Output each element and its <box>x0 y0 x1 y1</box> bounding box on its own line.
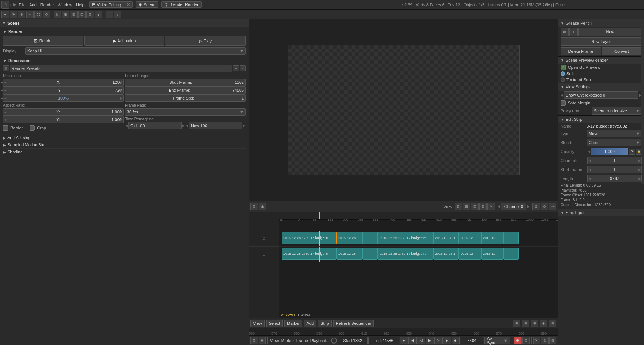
skip-start-btn[interactable]: ⏮ <box>400 337 408 344</box>
gp-convert-btn[interactable]: Convert <box>602 47 642 55</box>
seq-clip-1-4[interactable]: 2015-12-28-1759-17 budget tro <box>378 232 433 244</box>
ax-right-arrow[interactable]: ▶ <box>120 110 122 114</box>
seq-clip-2-1[interactable]: 2015-12-28-1759-17 budget tr <box>282 248 337 260</box>
blender-logo[interactable]: ⬡ <box>1 1 9 9</box>
step-left-arrow[interactable]: ◀ <box>1 97 3 100</box>
dimensions-header[interactable]: ▼ Dimensions <box>3 57 246 64</box>
gp-add-icon[interactable]: + <box>569 28 578 36</box>
view-settings-header[interactable]: ▼ View Settings <box>558 83 644 91</box>
ax-left-arrow[interactable]: ◀ <box>4 110 6 114</box>
seq-icon-2[interactable]: ⊟ <box>522 320 529 327</box>
overexposed-field[interactable]: Show Overexposed: 0 <box>564 91 638 99</box>
refresh-seq-btn[interactable]: Refresh Sequencer <box>333 320 374 327</box>
marker-seq-btn[interactable]: Marker <box>284 320 302 327</box>
icon-tool-10[interactable]: ⊡ <box>78 11 86 18</box>
new-left-arrow[interactable]: ◀ <box>186 124 188 128</box>
fps-select[interactable]: 30 fps ▼ <box>125 108 246 116</box>
icon-tool-13[interactable]: ↔ <box>106 11 113 18</box>
es-start-slider[interactable]: 1 <box>587 166 642 173</box>
solid-radio[interactable] <box>561 71 565 76</box>
prev-icon-1[interactable]: ⊞ <box>250 203 258 210</box>
prev-icon-7[interactable]: ✕ <box>487 203 495 210</box>
workspace-close[interactable]: ✕ <box>127 2 130 7</box>
es-type-select[interactable]: Movie ▼ <box>587 130 642 137</box>
icon-tool-2[interactable]: ⟳ <box>10 11 17 18</box>
es-length-slider[interactable]: 9287 <box>587 175 642 182</box>
opacity-eye-icon[interactable]: 👁 <box>629 149 635 155</box>
seq-icon-5[interactable]: ⊡ <box>549 320 556 327</box>
seq-clip-2-3[interactable] <box>363 248 378 260</box>
icon-tool-8[interactable]: ▣ <box>62 11 69 18</box>
strip-seq-btn[interactable]: Strip <box>318 320 332 327</box>
res-x-field[interactable]: ◀ X: 1280 ▶ <box>3 79 124 86</box>
engine-selector[interactable]: ◎ Blender Render <box>161 1 202 8</box>
op-left-arrow[interactable]: ◀ <box>587 150 590 153</box>
gp-new-btn[interactable]: New <box>578 28 642 36</box>
prev-icon-3[interactable]: ⊟ <box>455 203 462 210</box>
gp-new-layer-btn[interactable]: New Layer <box>561 37 642 46</box>
seq-clip-2-4[interactable]: 2015-12-28-1759-17 budget tro <box>378 248 433 260</box>
strip-input-header[interactable]: ▼ Strip Input <box>558 209 644 216</box>
prev-frame-btn[interactable]: ◀ <box>408 337 417 344</box>
old-right-arrow[interactable]: ▶ <box>182 124 185 128</box>
anti-aliasing-header[interactable]: ▶ Anti-Aliasing <box>3 134 246 141</box>
start-frame-display[interactable]: Start: 1362 <box>338 337 368 344</box>
playback-indicator[interactable] <box>331 338 337 344</box>
icon-tool-3[interactable]: ⊕ <box>18 11 25 18</box>
new-field[interactable]: New: 100 <box>189 122 242 129</box>
prev-icon-8[interactable]: ⊕ <box>532 203 540 210</box>
seq-clip-2-2[interactable]: 2015-12-28 <box>337 248 363 260</box>
es-blend-select[interactable]: Cross ▼ <box>587 139 642 146</box>
seq-clip-2-5[interactable]: 2015-12-28-1 <box>433 248 459 260</box>
sync-selector[interactable]: AV-Sync ▼ <box>484 337 510 344</box>
seq-icon-1[interactable]: ⊞ <box>513 320 520 327</box>
presets-icon[interactable]: ⊟ <box>3 65 9 71</box>
channel-selector[interactable]: Channel: 0 <box>501 203 526 210</box>
render-presets-field[interactable]: Render Presets <box>10 65 232 72</box>
start-frame-field[interactable]: ◀ Start Frame: 1362 ▶ <box>125 79 246 86</box>
menu-file-label[interactable]: File <box>18 3 27 7</box>
percent-left-arrow[interactable]: ◀ <box>4 97 6 100</box>
status-icon-6[interactable]: ⊡ <box>549 337 557 344</box>
status-frame-label[interactable]: Frame <box>295 338 309 343</box>
seq-icon-4[interactable]: ◉ <box>540 320 547 327</box>
textured-radio[interactable] <box>561 77 565 82</box>
edit-strip-header[interactable]: ▼ Edit Strip <box>558 116 644 123</box>
next-keyframe-btn[interactable]: ▷ <box>434 337 443 344</box>
res-x-right-arrow[interactable]: ▶ <box>120 81 122 84</box>
scene-selector[interactable]: ◉ Scene <box>136 1 158 8</box>
seq-clip-2-8[interactable] <box>504 248 519 260</box>
res-percent-field[interactable]: ◀ 100% ▶ <box>3 94 124 102</box>
status-icon-4[interactable]: ✕ <box>533 337 541 344</box>
ay-left-arrow[interactable]: ◀ <box>4 118 6 122</box>
icon-tool-1[interactable]: ✦ <box>1 11 9 18</box>
view-label[interactable]: View <box>442 204 454 209</box>
es-channel-slider[interactable]: 1 <box>587 157 642 164</box>
oe-left-arrow[interactable]: ◀ <box>561 93 563 97</box>
frame-step-field[interactable]: ◀ Frame Step: 1 ▶ <box>125 94 246 102</box>
gp-pencil-icon[interactable]: ✏ <box>561 28 569 36</box>
menu-window[interactable]: Window <box>56 3 74 7</box>
render-section-header[interactable]: ▼ Render <box>3 28 246 34</box>
safe-margin-checkbox[interactable] <box>561 100 566 106</box>
animation-button[interactable]: ▶ Animation <box>84 36 165 46</box>
proxy-select[interactable]: Scene render size ▼ <box>592 107 642 115</box>
res-y-right-arrow[interactable]: ▶ <box>120 89 122 92</box>
aspect-y-field[interactable]: ◀ Y: 1.000 ▶ <box>3 116 124 123</box>
icon-tool-14[interactable]: ↕ <box>114 11 121 18</box>
icon-tool-11[interactable]: ⊞ <box>86 11 94 18</box>
scene-preview-header[interactable]: ▼ Scene Preview/Render <box>558 57 644 64</box>
menu-file[interactable]: File <box>10 3 17 7</box>
seq-clip-2-7[interactable]: 2015-12- <box>481 248 504 260</box>
grease-pencil-header[interactable]: ▼ Grease Pencil <box>558 19 644 27</box>
res-y-field[interactable]: ◀ Y: 720 ▶ <box>3 86 124 94</box>
res-y-left-arrow[interactable]: ◀ <box>4 89 6 92</box>
prev-icon-2[interactable]: ◉ <box>259 203 266 210</box>
seq-clip-1-8[interactable] <box>504 232 519 244</box>
prev-arrow-r[interactable]: ▶ <box>527 204 530 208</box>
record-btn[interactable]: ⏺ <box>514 337 522 344</box>
seq-clip-1-1[interactable]: 2015-12-28-1759-17 budget tr <box>282 232 337 244</box>
seq-clip-1-3[interactable] <box>363 232 378 244</box>
presets-add-icon[interactable]: + <box>233 65 239 71</box>
new-right-arrow[interactable]: ▶ <box>243 124 246 128</box>
